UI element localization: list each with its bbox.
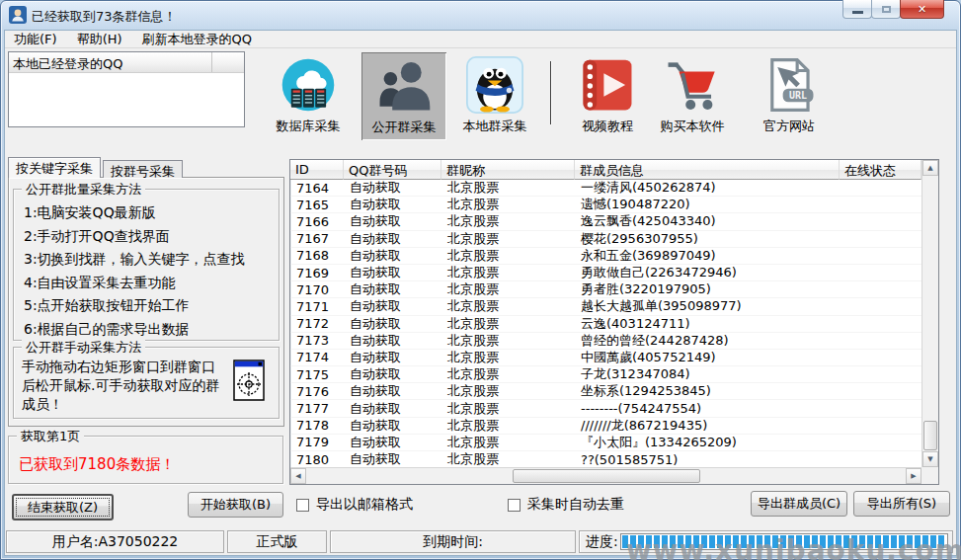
export-all-button[interactable]: 导出所有(S) bbox=[853, 491, 950, 517]
email-format-checkbox[interactable]: 导出以邮箱格式 bbox=[296, 496, 413, 514]
toolbar-buy-label: 购买本软件 bbox=[661, 118, 725, 135]
table-row[interactable]: 7166 自动获取 北京股票 逸云飘香(425043340) bbox=[290, 213, 921, 230]
cell-id: 7173 bbox=[290, 333, 344, 348]
checkbox-box[interactable] bbox=[296, 499, 309, 512]
table-row[interactable]: 7168 自动获取 北京股票 永和五金(369897049) bbox=[290, 248, 921, 265]
cell-nickname: 北京股票 bbox=[441, 400, 575, 418]
cell-nickname: 北京股票 bbox=[441, 450, 575, 467]
qq-penguin-icon bbox=[466, 56, 523, 114]
cell-id: 7165 bbox=[290, 198, 344, 212]
cell-qq-number: 自动获取 bbox=[344, 212, 441, 230]
tab-group-number-collect[interactable]: 按群号采集 bbox=[103, 160, 183, 178]
checkbox-box[interactable] bbox=[508, 499, 521, 512]
menu-help[interactable]: 帮助(H) bbox=[77, 31, 122, 48]
scroll-up-icon[interactable]: ▲ bbox=[922, 160, 938, 176]
cell-qq-number: 自动获取 bbox=[344, 365, 441, 383]
table-row[interactable]: 7180 自动获取 北京股票 ??(501585751) bbox=[290, 451, 921, 467]
scroll-down-icon[interactable]: ▼ bbox=[922, 451, 938, 467]
column-online-status[interactable]: 在线状态 bbox=[840, 160, 921, 180]
manual-method-text: 手动拖动右边矩形窗口到群窗口后松开鼠标.可手动获取对应的群成员！ bbox=[22, 358, 227, 414]
toolbar-official-website[interactable]: URL 官方网站 bbox=[747, 56, 832, 135]
table-row[interactable]: 7175 自动获取 北京股票 子龙(312347084) bbox=[290, 366, 921, 383]
maximize-button[interactable] bbox=[871, 0, 901, 19]
cell-member-info: 逸云飘香(425043340) bbox=[575, 212, 840, 230]
cell-id: 7170 bbox=[290, 282, 344, 297]
batch-method-groupbox: 公开群批量采集方法 1:电脑安装QQ最新版 2:手动打开QQ查找界面 3:切换到… bbox=[13, 189, 280, 341]
table-row[interactable]: 7171 自动获取 北京股票 越长大越孤单(395098977) bbox=[290, 298, 921, 315]
menu-function[interactable]: 功能(F) bbox=[14, 31, 57, 48]
close-button[interactable]: ✕ bbox=[900, 0, 944, 19]
cell-member-info: 永和五金(369897049) bbox=[575, 247, 840, 265]
cell-member-info: 遗憾(190487220) bbox=[575, 196, 840, 213]
fetch-page-groupbox: 获取第1页 已获取到7180条数据！ bbox=[8, 436, 283, 484]
cell-id: 7168 bbox=[290, 248, 344, 263]
table-row[interactable]: 7173 自动获取 北京股票 曾经的曾经(244287428) bbox=[290, 333, 921, 350]
table-row[interactable]: 7169 自动获取 北京股票 勇敢做自己(2263472946) bbox=[290, 265, 921, 281]
cell-qq-number: 自动获取 bbox=[344, 315, 441, 333]
table-row[interactable]: 7178 自动获取 北京股票 ///////龙(867219435) bbox=[290, 418, 921, 435]
cell-id: 7164 bbox=[290, 181, 344, 196]
cell-nickname: 北京股票 bbox=[441, 349, 575, 366]
cell-member-info: 子龙(312347084) bbox=[575, 365, 840, 383]
toolbar-public-group-collect[interactable]: 公开群采集 bbox=[361, 52, 446, 140]
table-row[interactable]: 7172 自动获取 北京股票 云逸(403124711) bbox=[290, 316, 921, 333]
cell-nickname: 北京股票 bbox=[441, 212, 575, 230]
cell-id: 7169 bbox=[290, 266, 344, 280]
menu-refresh-local-qq[interactable]: 刷新本地登录的QQ bbox=[142, 31, 252, 48]
statusbar-expire: 到期时间: bbox=[330, 530, 576, 553]
cell-member-info: 云逸(403124711) bbox=[575, 315, 840, 333]
toolbar-video-tutorial[interactable]: 视频教程 bbox=[565, 56, 650, 135]
toolbar-local-group-collect[interactable]: 本地群采集 bbox=[452, 56, 537, 135]
toolbar-website-label: 官方网站 bbox=[763, 118, 815, 135]
cell-id: 7179 bbox=[290, 435, 344, 449]
column-nickname[interactable]: 群昵称 bbox=[441, 160, 575, 180]
table-row[interactable]: 7174 自动获取 北京股票 中國萬歲(405752149) bbox=[290, 350, 921, 366]
start-fetch-button[interactable]: 开始获取(B) bbox=[188, 492, 283, 518]
drag-target-window-icon[interactable] bbox=[233, 360, 265, 401]
cell-id: 7178 bbox=[290, 418, 344, 433]
vertical-scroll-thumb[interactable] bbox=[923, 421, 937, 450]
minimize-button[interactable] bbox=[842, 0, 872, 19]
column-qq-number[interactable]: QQ群号码 bbox=[344, 160, 441, 180]
local-qq-list[interactable]: 本地已经登录的QQ bbox=[8, 51, 245, 127]
cell-id: 7166 bbox=[290, 214, 344, 229]
export-members-button[interactable]: 导出群成员(C) bbox=[751, 491, 847, 517]
cell-nickname: 北京股票 bbox=[441, 315, 575, 333]
column-member-info[interactable]: 群成员信息 bbox=[575, 160, 840, 180]
table-row[interactable]: 7167 自动获取 北京股票 樱花(2956307955) bbox=[290, 231, 921, 248]
window-title: 已经获取到73条群信息！ bbox=[32, 8, 177, 26]
video-tutorial-icon bbox=[579, 56, 636, 114]
horizontal-scrollbar[interactable]: ◀ ▶ bbox=[290, 467, 921, 484]
menu-bar: 功能(F) 帮助(H) 刷新本地登录的QQ bbox=[5, 31, 956, 48]
table-row[interactable]: 7164 自动获取 北京股票 一缕清风(450262874) bbox=[290, 180, 921, 197]
table-row[interactable]: 7176 自动获取 北京股票 坐标系(1294253845) bbox=[290, 383, 921, 400]
stop-fetch-button[interactable]: 结束获取(Z) bbox=[12, 494, 114, 520]
cell-qq-number: 自动获取 bbox=[344, 417, 441, 435]
column-id[interactable]: ID bbox=[290, 160, 344, 180]
table-row[interactable]: 7165 自动获取 北京股票 遗憾(190487220) bbox=[290, 197, 921, 213]
table-row[interactable]: 7170 自动获取 北京股票 勇者胜(3220197905) bbox=[290, 281, 921, 298]
horizontal-scroll-thumb[interactable] bbox=[513, 469, 700, 483]
titlebar[interactable]: 已经获取到73条群信息！ ✕ bbox=[0, 0, 961, 30]
minimize-icon bbox=[852, 11, 863, 14]
application-window: 已经获取到73条群信息！ ✕ 功能(F) 帮助(H) 刷新本地登录的QQ 本地已… bbox=[0, 0, 961, 560]
scroll-right-icon[interactable]: ▶ bbox=[906, 468, 921, 484]
vertical-scrollbar[interactable]: ▲ ▼ bbox=[921, 160, 938, 467]
table-row[interactable]: 7177 自动获取 北京股票 --------(754247554) bbox=[290, 400, 921, 417]
local-qq-header-label[interactable]: 本地已经登录的QQ bbox=[9, 52, 212, 72]
toolbar-buy-software[interactable]: 购买本软件 bbox=[650, 56, 735, 135]
cell-nickname: 北京股票 bbox=[441, 332, 575, 350]
table-row[interactable]: 7179 自动获取 北京股票 『小太阳』(1334265209) bbox=[290, 435, 921, 451]
statusbar-username: 用户名:A37050222 bbox=[6, 530, 224, 553]
scroll-left-icon[interactable]: ◀ bbox=[290, 468, 306, 484]
toolbar-database-label: 数据库采集 bbox=[277, 118, 341, 135]
dedupe-checkbox[interactable]: 采集时自动去重 bbox=[508, 496, 624, 514]
cell-id: 7180 bbox=[290, 452, 344, 467]
batch-step-line: 3:切换到找群，输入关键字，点查找 bbox=[24, 248, 275, 272]
toolbar-database-collect[interactable]: 数据库采集 bbox=[266, 56, 351, 135]
cell-member-info: 一缕清风(450262874) bbox=[575, 180, 840, 197]
local-qq-header-extra[interactable] bbox=[212, 52, 244, 72]
cell-qq-number: 自动获取 bbox=[344, 450, 441, 467]
cell-id: 7172 bbox=[290, 316, 344, 331]
tab-keyword-collect[interactable]: 按关键字采集 bbox=[8, 157, 101, 178]
